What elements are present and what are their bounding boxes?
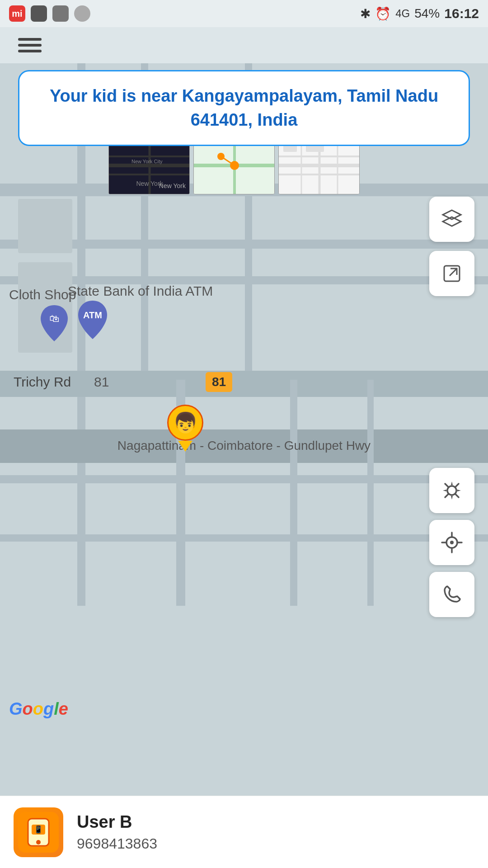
battery-text: 54%	[414, 6, 440, 21]
svg-rect-7	[0, 371, 488, 397]
kid-pin-tail	[178, 441, 192, 452]
bottom-user-bar[interactable]: 📱 User B 9698413863	[0, 796, 488, 868]
settings-icon	[440, 479, 464, 502]
svg-point-53	[36, 840, 41, 844]
svg-rect-14	[18, 199, 72, 253]
cloth-shop-pin: 🛍	[38, 303, 70, 344]
location-text: Your kid is near Kangayampalayam, Tamil …	[50, 86, 438, 129]
svg-text:🛍: 🛍	[49, 313, 59, 324]
kid-marker: 👦	[167, 405, 203, 452]
atm-pin: ATM	[76, 298, 109, 341]
hamburger-line-1	[18, 38, 42, 41]
location-banner: Your kid is near Kangayampalayam, Tamil …	[18, 70, 470, 146]
sbi-atm-label: State Bank of India ATM	[68, 283, 213, 299]
map-area[interactable]: New York New York City	[0, 63, 488, 796]
svg-line-41	[450, 269, 457, 276]
trichy-rd-label: Trichy Rd	[14, 374, 71, 390]
status-bar: mi ✱ ⏰ 4G 54% 16:12	[0, 0, 488, 27]
google-logo: Google	[9, 699, 68, 719]
hamburger-menu-button[interactable]	[14, 30, 46, 60]
road-badge-81: 81	[206, 372, 232, 392]
svg-point-46	[450, 541, 454, 544]
exit-button[interactable]	[429, 251, 474, 296]
cloth-shop-label: Cloth Shop	[9, 287, 76, 302]
layers-button[interactable]	[429, 197, 474, 242]
app-icon-mail	[52, 5, 69, 22]
layers-icon	[441, 208, 463, 231]
svg-text:New York City: New York City	[131, 159, 163, 164]
svg-text:📱: 📱	[34, 825, 43, 834]
time-display: 16:12	[444, 6, 479, 21]
top-bar	[0, 27, 488, 63]
cloth-shop-marker[interactable]: 🛍	[38, 303, 70, 345]
svg-text:New York: New York	[136, 180, 163, 187]
user-info: User B 9698413863	[77, 812, 157, 852]
app-icon-gallery	[31, 5, 47, 22]
alarm-icon: ⏰	[375, 6, 391, 21]
user-avatar: 📱	[14, 807, 63, 857]
signal-icon: 4G	[395, 7, 410, 20]
locate-icon	[440, 531, 464, 554]
app-icon-misc	[74, 5, 90, 22]
svg-marker-38	[443, 210, 461, 219]
hamburger-line-3	[18, 50, 42, 52]
status-bar-left: mi	[9, 5, 90, 22]
user-name: User B	[77, 812, 157, 832]
user-phone: 9698413863	[77, 835, 157, 852]
location-button[interactable]	[429, 520, 474, 565]
highway-label: Nagapattinam - Coimbatore - Gundlupet Hw…	[0, 439, 488, 453]
phone-button[interactable]	[429, 572, 474, 617]
user-avatar-icon: 📱	[18, 812, 59, 853]
phone-icon	[440, 583, 464, 606]
hamburger-line-2	[18, 44, 42, 47]
atm-marker[interactable]: ATM	[76, 298, 109, 343]
road-number-plain: 81	[94, 374, 109, 390]
svg-text:ATM: ATM	[83, 310, 102, 320]
app-icon-mi: mi	[9, 5, 25, 22]
bluetooth-icon: ✱	[360, 6, 371, 21]
svg-marker-39	[443, 217, 461, 226]
exit-icon	[441, 262, 463, 285]
settings-button[interactable]	[429, 468, 474, 513]
kid-pin-body: 👦	[167, 405, 203, 441]
status-bar-right: ✱ ⏰ 4G 54% 16:12	[360, 6, 479, 21]
